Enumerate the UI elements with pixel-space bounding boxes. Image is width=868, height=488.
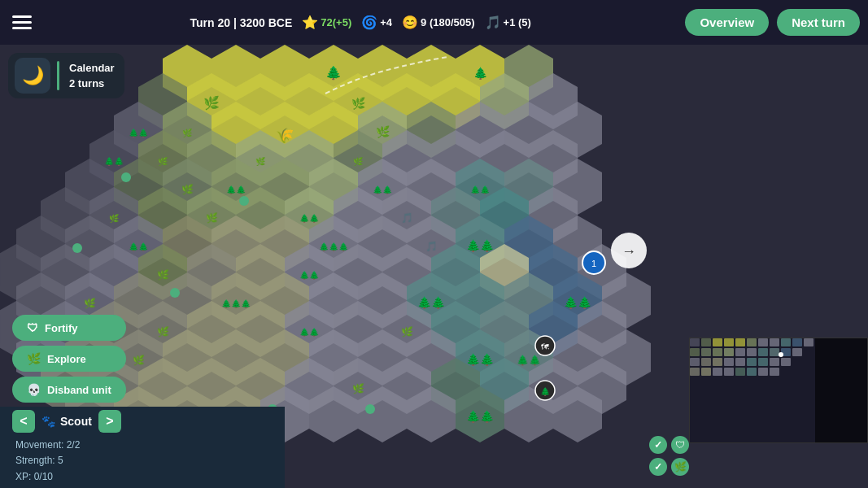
calendar-divider [57, 61, 59, 90]
svg-rect-58 [713, 338, 722, 346]
svg-text:🌿: 🌿 [182, 128, 193, 138]
unit-strength: Strength: 5 [15, 453, 273, 468]
svg-rect-90 [735, 368, 745, 376]
food-value: +4 [380, 16, 392, 28]
ability-check-1: ✓ [649, 436, 667, 454]
svg-text:🌿: 🌿 [133, 354, 145, 366]
minimap[interactable] [689, 338, 868, 443]
menu-button[interactable] [8, 11, 36, 33]
svg-text:🌲🌲: 🌲🌲 [466, 353, 495, 367]
svg-rect-59 [724, 338, 734, 346]
svg-rect-92 [758, 368, 768, 376]
culture-icon: 🎵 [485, 15, 501, 30]
unit-xp: XP: 0/10 [15, 469, 273, 485]
unit-nav: < 🐾 Scout > [12, 410, 273, 433]
svg-text:🌲: 🌲 [540, 386, 551, 397]
next-turn-button[interactable]: Next turn [777, 9, 860, 36]
ability-row-2: ✓ 🌿 [649, 458, 689, 476]
happiness-stat: 😊 9 (180/505) [402, 15, 475, 30]
svg-text:🌿: 🌿 [157, 268, 169, 281]
svg-rect-68 [701, 348, 711, 356]
svg-text:🌿: 🌿 [352, 382, 364, 394]
explore-button[interactable]: 🌿 Explore [12, 346, 126, 372]
overview-button[interactable]: Overview [685, 9, 769, 36]
turn-label: Turn 20 | 3200 BCE [190, 16, 293, 29]
svg-text:🌿: 🌿 [158, 156, 168, 167]
unit-stats: Movement: 2/2 Strength: 5 XP: 0/10 [15, 438, 273, 485]
svg-text:🌲: 🌲 [473, 67, 488, 81]
calendar-widget: 🌙 Calendar 2 turns [8, 53, 124, 98]
svg-text:🌿: 🌿 [353, 156, 364, 167]
disband-button[interactable]: 💀 Disband unit [12, 377, 126, 403]
gold-icon: ⭐ [302, 15, 318, 30]
svg-rect-69 [713, 348, 722, 356]
unit-next-button[interactable]: > [98, 410, 121, 433]
svg-rect-79 [713, 358, 722, 366]
svg-text:🌲🌲: 🌲🌲 [129, 242, 149, 252]
unit-name: Scout [60, 415, 92, 428]
svg-text:🌿: 🌿 [84, 297, 96, 309]
svg-point-44 [239, 196, 249, 206]
svg-text:🌲🌲: 🌲🌲 [564, 296, 592, 310]
svg-text:🌲🌲🌲: 🌲🌲🌲 [319, 242, 349, 252]
svg-rect-81 [735, 358, 745, 366]
svg-text:🌲🌲: 🌲🌲 [373, 185, 393, 195]
fortify-button[interactable]: 🛡 Fortify [12, 315, 126, 341]
svg-rect-57 [701, 338, 711, 346]
svg-rect-78 [701, 358, 711, 366]
unit-prev-button[interactable]: < [12, 410, 35, 433]
calendar-text: Calendar 2 turns [69, 60, 115, 92]
ability-check-2: ✓ [649, 458, 667, 476]
unit-icon: 🐾 [41, 415, 55, 428]
svg-rect-62 [758, 338, 768, 346]
svg-text:🌿: 🌿 [203, 95, 220, 111]
svg-text:🌿: 🌿 [109, 213, 120, 224]
svg-text:🌲🌲: 🌲🌲 [226, 185, 246, 195]
svg-rect-82 [747, 358, 757, 366]
calendar-icon: 🌙 [15, 58, 50, 94]
ability-row-1: ✓ 🛡 [649, 436, 689, 454]
turn-info: Turn 20 | 3200 BCE ⭐ 72(+5) 🌀 +4 😊 9 (18… [190, 15, 531, 30]
gold-stat: ⭐ 72(+5) [302, 15, 351, 30]
svg-rect-76 [792, 348, 802, 356]
svg-text:🌲🌲🌲: 🌲🌲🌲 [221, 298, 251, 309]
svg-text:🌲: 🌲 [325, 65, 342, 81]
happiness-value: 9 (180/505) [421, 16, 475, 28]
svg-rect-80 [724, 358, 734, 366]
svg-text:🌲🌲: 🌲🌲 [470, 185, 491, 195]
svg-rect-85 [781, 358, 791, 366]
unit-name-display: 🐾 Scout [41, 415, 92, 428]
svg-rect-61 [747, 338, 757, 346]
explore-label: Explore [47, 353, 86, 365]
ability-icon-2: 🌿 [671, 458, 689, 476]
svg-rect-87 [701, 368, 711, 376]
svg-text:🌲🌲: 🌲🌲 [466, 410, 495, 424]
svg-text:🌿: 🌿 [206, 211, 218, 224]
unit-movement: Movement: 2/2 [15, 438, 273, 453]
food-icon: 🌀 [361, 15, 377, 30]
svg-text:→: → [622, 243, 636, 259]
svg-point-41 [121, 172, 131, 182]
svg-text:🌿: 🌿 [376, 125, 390, 139]
svg-rect-73 [758, 348, 768, 356]
svg-rect-93 [770, 368, 779, 376]
svg-text:🌲🌲: 🌲🌲 [129, 128, 149, 138]
svg-text:🎵: 🎵 [425, 240, 438, 252]
disband-label: Disband unit [47, 384, 111, 396]
svg-text:🌿: 🌿 [181, 183, 194, 195]
svg-text:🌿: 🌿 [157, 325, 169, 338]
culture-stat: 🎵 +1 (5) [485, 15, 531, 30]
svg-text:🌲🌲: 🌲🌲 [299, 327, 320, 338]
svg-rect-56 [690, 338, 700, 346]
svg-rect-64 [781, 338, 791, 346]
unit-abilities: ✓ 🛡 ✓ 🌿 [649, 436, 689, 476]
svg-rect-86 [690, 368, 700, 376]
svg-point-43 [170, 288, 180, 298]
unit-panel: < 🐾 Scout > Movement: 2/2 Strength: 5 XP… [0, 407, 285, 488]
food-stat: 🌀 +4 [361, 15, 392, 30]
svg-rect-83 [758, 358, 768, 366]
svg-text:🌲🌲: 🌲🌲 [417, 296, 446, 310]
svg-rect-60 [735, 338, 745, 346]
svg-rect-65 [792, 338, 802, 346]
svg-text:🌲🌲: 🌲🌲 [299, 213, 320, 224]
